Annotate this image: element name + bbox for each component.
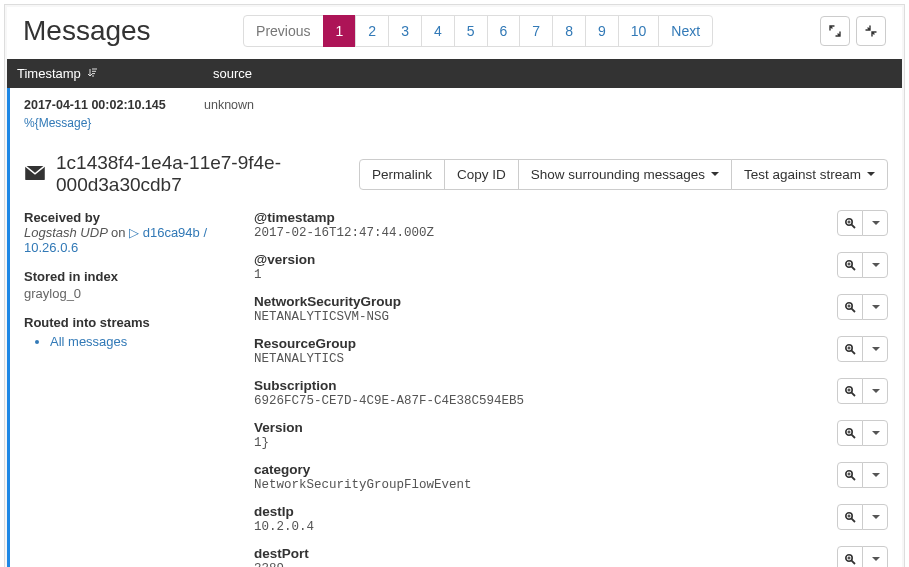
column-timestamp[interactable]: Timestamp [7, 59, 203, 88]
field-value: 10.2.0.4 [254, 520, 888, 534]
field-row: categoryNetworkSecurityGroupFlowEvent [254, 462, 888, 492]
page-10[interactable]: 10 [618, 15, 660, 47]
field-value: NetworkSecurityGroupFlowEvent [254, 478, 888, 492]
page-6[interactable]: 6 [487, 15, 521, 47]
svg-line-10 [852, 309, 855, 312]
pagination: Previous 1 2 3 4 5 6 7 8 9 10 Next [244, 15, 713, 47]
field-row: Version1} [254, 420, 888, 450]
chevron-down-icon [872, 305, 880, 309]
stored-label: Stored in index [24, 269, 234, 284]
message-row: 2017-04-11 00:02:10.145 unknown %{Messag… [7, 88, 902, 567]
field-search-button[interactable] [837, 294, 863, 320]
chevron-down-icon [872, 515, 880, 519]
permalink-button[interactable]: Permalink [359, 159, 445, 190]
field-menu-button[interactable] [862, 462, 888, 488]
svg-line-18 [852, 393, 855, 396]
chevron-down-icon [872, 263, 880, 267]
field-search-button[interactable] [837, 336, 863, 362]
streams-label: Routed into streams [24, 315, 234, 330]
field-search-button[interactable] [837, 378, 863, 404]
chevron-down-icon [867, 172, 875, 176]
column-timestamp-label: Timestamp [17, 66, 81, 81]
message-id: 1c1438f4-1e4a-11e7-9f4e-000d3a30cdb7 [56, 152, 349, 196]
message-timestamp: 2017-04-11 00:02:10.145 [24, 98, 204, 112]
svg-line-2 [852, 225, 855, 228]
chevron-down-icon [872, 431, 880, 435]
field-name: @version [254, 252, 888, 267]
field-search-button[interactable] [837, 462, 863, 488]
field-name: destPort [254, 546, 888, 561]
table-header: Timestamp source [7, 59, 902, 88]
received-input: Logstash UDP [24, 225, 107, 240]
field-row: @version1 [254, 252, 888, 282]
surrounding-label: Show surrounding messages [531, 167, 705, 182]
field-menu-button[interactable] [862, 294, 888, 320]
page-previous[interactable]: Previous [243, 15, 323, 47]
chevron-down-icon [872, 473, 880, 477]
page-2[interactable]: 2 [355, 15, 389, 47]
message-actions: Permalink Copy ID Show surrounding messa… [359, 159, 888, 190]
field-menu-button[interactable] [862, 504, 888, 530]
field-search-button[interactable] [837, 252, 863, 278]
field-menu-button[interactable] [862, 420, 888, 446]
field-row: destPort3389 [254, 546, 888, 567]
received-on: on [111, 225, 125, 240]
stored-value: graylog_0 [24, 286, 234, 301]
message-template[interactable]: %{Message} [24, 116, 888, 130]
field-search-button[interactable] [837, 504, 863, 530]
field-menu-button[interactable] [862, 336, 888, 362]
field-name: Version [254, 420, 888, 435]
field-menu-button[interactable] [862, 546, 888, 567]
svg-line-34 [852, 561, 855, 564]
copy-id-button[interactable]: Copy ID [444, 159, 519, 190]
test-stream-label: Test against stream [744, 167, 861, 182]
field-value: 3389 [254, 562, 888, 567]
field-search-button[interactable] [837, 420, 863, 446]
field-value: 1 [254, 268, 888, 282]
field-row: Subscription6926FC75-CE7D-4C9E-A87F-C4E3… [254, 378, 888, 408]
svg-line-22 [852, 435, 855, 438]
test-stream-button[interactable]: Test against stream [731, 159, 888, 190]
page-5[interactable]: 5 [454, 15, 488, 47]
field-row: @timestamp2017-02-16T12:47:44.000Z [254, 210, 888, 240]
svg-line-14 [852, 351, 855, 354]
page-9[interactable]: 9 [585, 15, 619, 47]
field-value: NETANALYTICS [254, 352, 888, 366]
chevron-down-icon [872, 347, 880, 351]
field-menu-button[interactable] [862, 210, 888, 236]
sort-desc-icon [87, 68, 97, 80]
field-row: NetworkSecurityGroupNETANALYTICSVM-NSG [254, 294, 888, 324]
field-value: NETANALYTICSVM-NSG [254, 310, 888, 324]
chevron-down-icon [872, 221, 880, 225]
collapse-icon[interactable] [856, 16, 886, 46]
field-search-button[interactable] [837, 210, 863, 236]
field-value: 1} [254, 436, 888, 450]
field-name: Subscription [254, 378, 888, 393]
page-4[interactable]: 4 [421, 15, 455, 47]
chevron-down-icon [872, 557, 880, 561]
page-7[interactable]: 7 [519, 15, 553, 47]
page-1[interactable]: 1 [323, 15, 357, 47]
field-name: ResourceGroup [254, 336, 888, 351]
chevron-down-icon [711, 172, 719, 176]
page-8[interactable]: 8 [552, 15, 586, 47]
message-source: unknown [204, 98, 254, 112]
svg-line-30 [852, 519, 855, 522]
stream-link[interactable]: All messages [50, 334, 127, 349]
surrounding-button[interactable]: Show surrounding messages [518, 159, 732, 190]
field-search-button[interactable] [837, 546, 863, 567]
field-row: ResourceGroupNETANALYTICS [254, 336, 888, 366]
page-next[interactable]: Next [658, 15, 713, 47]
column-source[interactable]: source [203, 59, 262, 88]
fields-list: @timestamp2017-02-16T12:47:44.000Z@versi… [254, 210, 888, 567]
field-name: NetworkSecurityGroup [254, 294, 888, 309]
chevron-down-icon [872, 389, 880, 393]
field-row: destIp10.2.0.4 [254, 504, 888, 534]
expand-icon[interactable] [820, 16, 850, 46]
svg-line-26 [852, 477, 855, 480]
field-value: 2017-02-16T12:47:44.000Z [254, 226, 888, 240]
page-3[interactable]: 3 [388, 15, 422, 47]
received-by-label: Received by [24, 210, 234, 225]
field-menu-button[interactable] [862, 252, 888, 278]
field-menu-button[interactable] [862, 378, 888, 404]
